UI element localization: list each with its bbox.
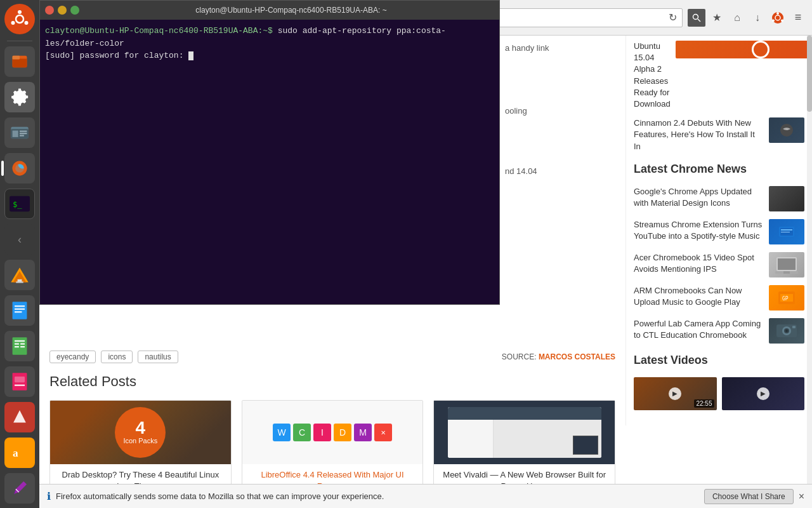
terminal-window: clayton@Ubuntu-HP-Compaq-nc6400-RB519UA-… xyxy=(39,0,500,305)
vivaldi-inner xyxy=(448,407,601,458)
lo-icon-math: M xyxy=(354,424,372,441)
svg-rect-24 xyxy=(15,309,25,310)
chrome-news-4[interactable]: ARM Chromebooks Can Now Upload Music to … xyxy=(634,285,804,311)
ubuntu-browser-icon[interactable] xyxy=(769,9,787,27)
terminal-line-1: clayton@Ubuntu-HP-Compaq-nc6400-RB519UA-… xyxy=(45,25,494,50)
svg-rect-34 xyxy=(15,385,25,386)
source-text: SOURCE: xyxy=(502,352,537,361)
taskbar-appstore[interactable] xyxy=(4,402,35,432)
firefox-bar-text: Firefox automatically sends some data to… xyxy=(56,491,704,501)
article-snippet-2: ooling xyxy=(505,106,620,116)
terminal-sudo-prompt: [sudo] password for clayton: xyxy=(45,51,188,60)
download-button[interactable]: ↓ xyxy=(749,9,766,27)
svg-rect-51 xyxy=(781,229,792,231)
terminal-title: clayton@Ubuntu-HP-Compaq-nc6400-RB519UA-… xyxy=(88,6,494,15)
tag-eyecandy[interactable]: eyecandy xyxy=(49,351,96,363)
chrome-news-3-img xyxy=(769,252,804,277)
ubuntu-news-2-text: Cinnamon 2.4 Debuts With New Features, H… xyxy=(634,117,764,152)
info-icon: ℹ xyxy=(47,490,51,502)
tags-section: eyecandy icons nautilus SOURCE: MARCOS C… xyxy=(39,340,625,373)
svg-rect-52 xyxy=(781,232,790,232)
terminal-close-button[interactable] xyxy=(45,6,54,15)
related-posts-title: Related Posts xyxy=(49,373,615,390)
chrome-news-5[interactable]: Powerful Lab Camera App Coming to CTL Ed… xyxy=(634,318,804,344)
chrome-news-2-text: Streamus Chrome Extension Turns YouTube … xyxy=(634,219,764,242)
terminal-titlebar: clayton@Ubuntu-HP-Compaq-nc6400-RB519UA-… xyxy=(40,1,499,20)
svg-point-4 xyxy=(11,21,15,25)
chrome-news-3[interactable]: Acer Chromebook 15 Video Spot Avoids Men… xyxy=(634,252,804,277)
taskbar-terminal[interactable]: $_ xyxy=(4,189,35,219)
terminal-prompt-1: clayton@Ubuntu-HP-Compaq-nc6400-RB519UA-… xyxy=(45,26,273,36)
firefox-notification-bar: ℹ Firefox automatically sends some data … xyxy=(39,484,812,508)
svg-rect-22 xyxy=(13,302,27,319)
taskbar-collapse[interactable]: ‹ xyxy=(4,224,35,255)
svg-point-47 xyxy=(772,19,775,22)
svg-point-3 xyxy=(25,21,29,25)
choose-share-button[interactable]: Choose What I Share xyxy=(704,489,794,504)
menu-button[interactable]: ≡ xyxy=(789,9,807,27)
svg-line-42 xyxy=(698,19,700,22)
vivaldi-screen xyxy=(434,401,615,464)
article-snippet-1: a handy link xyxy=(505,41,620,55)
sidebar-scrollbar[interactable] xyxy=(807,36,812,508)
toolbar-icons: ★ ⌂ ↓ ≡ xyxy=(708,9,807,27)
svg-point-2 xyxy=(18,10,22,14)
reload-address-btn[interactable]: ↻ xyxy=(669,11,677,23)
taskbar-writer[interactable] xyxy=(4,295,35,326)
taskbar-settings[interactable] xyxy=(4,82,35,112)
bookmark-star-button[interactable]: ★ xyxy=(708,9,726,27)
related-card-3-image xyxy=(434,401,615,464)
sidebar-scroll-thumb[interactable] xyxy=(807,36,812,112)
svg-rect-33 xyxy=(15,377,25,382)
lo-icon-impress: I xyxy=(313,424,331,441)
home-button[interactable]: ⌂ xyxy=(728,9,746,27)
tag-nautilus[interactable]: nautilus xyxy=(138,351,178,363)
terminal-minimize-button[interactable] xyxy=(58,6,67,15)
ubuntu-news-2[interactable]: Cinnamon 2.4 Debuts With New Features, H… xyxy=(634,117,804,152)
video-thumb-2[interactable]: ▶ xyxy=(722,377,805,410)
svg-rect-6 xyxy=(13,58,27,67)
tag-icons[interactable]: icons xyxy=(101,351,133,363)
video-thumb-1[interactable]: ▶ 22:55 xyxy=(634,377,717,410)
terminal-maximize-button[interactable] xyxy=(70,6,79,15)
terminal-content[interactable]: clayton@Ubuntu-HP-Compaq-nc6400-RB519UA-… xyxy=(40,20,499,304)
chrome-news-1[interactable]: Google's Chrome Apps Updated with Materi… xyxy=(634,186,804,211)
ubuntu-news-1[interactable]: Ubuntu 15.04 Alpha 2 Releases Ready for … xyxy=(634,41,804,110)
icon-packs-num: 4 xyxy=(136,419,146,437)
ubuntu-logo-circle xyxy=(752,41,769,58)
taskbar-calc[interactable] xyxy=(4,331,35,361)
svg-point-63 xyxy=(785,330,788,332)
vivaldi-bar xyxy=(448,407,601,420)
taskbar-amazon[interactable]: a xyxy=(4,438,35,468)
video-play-1: ▶ xyxy=(669,387,681,400)
svg-rect-12 xyxy=(20,133,27,134)
sidebar: Ubuntu 15.04 Alpha 2 Releases Ready for … xyxy=(625,36,812,425)
source-link[interactable]: MARCOS COSTALES xyxy=(539,352,615,361)
terminal-line-2: [sudo] password for clayton: xyxy=(45,50,494,62)
taskbar-vlc[interactable] xyxy=(4,260,35,290)
chrome-news-1-text: Google's Chrome Apps Updated with Materi… xyxy=(634,186,764,209)
svg-rect-10 xyxy=(13,131,18,137)
taskbar-filemanager[interactable] xyxy=(4,117,35,148)
article-snippet-3: nd 14.04 xyxy=(505,166,620,176)
taskbar-firefox[interactable] xyxy=(4,153,35,184)
close-firefox-bar-button[interactable]: × xyxy=(799,491,804,502)
search-button[interactable] xyxy=(688,9,705,27)
video-play-2: ▶ xyxy=(757,387,769,400)
svg-rect-25 xyxy=(15,311,22,312)
taskbar-pencil[interactable] xyxy=(4,473,35,504)
chrome-news-3-text: Acer Chromebook 15 Video Spot Avoids Men… xyxy=(634,252,764,275)
taskbar-ubuntu-logo[interactable] xyxy=(4,4,35,34)
taskbar-files[interactable] xyxy=(4,46,35,77)
chrome-news-5-text: Powerful Lab Camera App Coming to CTL Ed… xyxy=(634,318,764,341)
chrome-news-section: Latest Chrome News Google's Chrome Apps … xyxy=(634,163,804,344)
taskbar-impress[interactable] xyxy=(4,366,35,397)
ubuntu-news-2-img xyxy=(769,117,804,143)
related-card-1-image: 4 Icon Packs xyxy=(50,401,231,464)
svg-rect-31 xyxy=(20,346,25,347)
chrome-news-2[interactable]: Streamus Chrome Extension Turns YouTube … xyxy=(634,219,804,244)
latest-videos-section: Latest Videos ▶ 22:55 ▶ xyxy=(634,354,804,410)
chrome-grid xyxy=(783,188,790,210)
svg-rect-56 xyxy=(783,271,790,274)
svg-rect-13 xyxy=(20,135,24,136)
